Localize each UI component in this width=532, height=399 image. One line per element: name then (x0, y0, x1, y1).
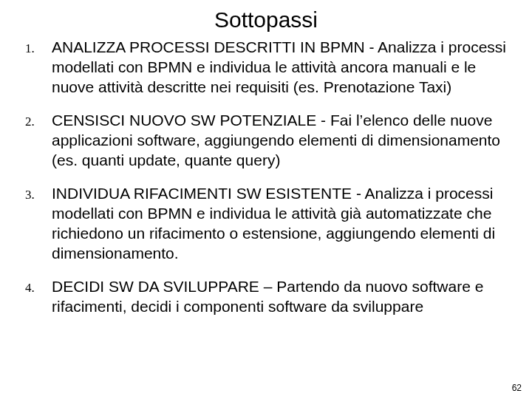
list-text: CENSISCI NUOVO SW POTENZIALE - Fai l’ele… (52, 110, 511, 170)
list-text: DECIDI SW DA SVILUPPARE – Partendo da nu… (52, 276, 511, 316)
list-item: 2. CENSISCI NUOVO SW POTENZIALE - Fai l’… (25, 110, 511, 170)
list-item: 4. DECIDI SW DA SVILUPPARE – Partendo da… (25, 276, 511, 316)
list-text: ANALIZZA PROCESSI DESCRITTI IN BPMN - An… (52, 37, 511, 97)
slide-title: Sottopassi (0, 0, 532, 37)
list-item: 1. ANALIZZA PROCESSI DESCRITTI IN BPMN -… (25, 37, 511, 97)
page-number: 62 (512, 383, 522, 393)
slide: Sottopassi 1. ANALIZZA PROCESSI DESCRITT… (0, 0, 532, 399)
list-number: 1. (25, 37, 52, 58)
list-text: INDIVIDUA RIFACIMENTI SW ESISTENTE - Ana… (52, 183, 511, 263)
numbered-list: 1. ANALIZZA PROCESSI DESCRITTI IN BPMN -… (0, 37, 532, 316)
list-number: 3. (25, 183, 52, 205)
list-number: 4. (25, 276, 52, 298)
list-number: 2. (25, 110, 52, 132)
list-item: 3. INDIVIDUA RIFACIMENTI SW ESISTENTE - … (25, 183, 511, 263)
